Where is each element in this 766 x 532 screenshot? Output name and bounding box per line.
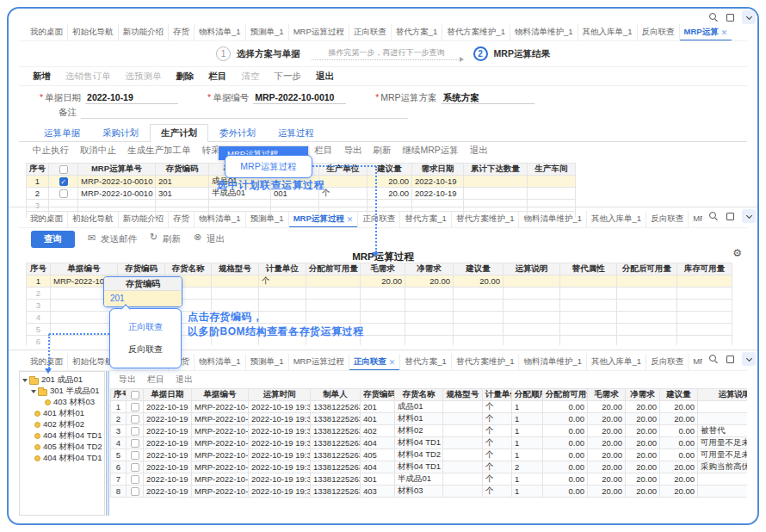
workspace-tab[interactable]: 替代方案_1✕ [391,24,442,41]
workspace-tab[interactable]: 初始化导航✕ [67,24,118,41]
note-field[interactable] [81,108,408,119]
toolbar-button[interactable]: 栏目 [147,374,164,386]
caret-icon[interactable] [31,390,36,393]
table-row[interactable]: 32022-10-19MRP-2022-10-00...2022-10-19 1… [111,425,748,437]
column-header[interactable]: 运算时间 [249,389,311,401]
gear-icon[interactable] [732,247,742,259]
plan-field[interactable]: 系统方案 [442,92,534,104]
column-header[interactable]: 计量单位 [259,263,306,275]
column-header[interactable]: 存货名称 [209,164,271,176]
tree-node[interactable]: 405 材料04 TD2 [21,442,103,453]
toolbar-button[interactable]: 退出 [470,145,488,157]
workspace-tab[interactable]: 存货✕ [168,211,194,228]
fullscreen-icon[interactable] [726,356,734,363]
column-header[interactable]: 毛需求 [588,389,626,401]
column-header[interactable]: 需求日期 [412,164,464,176]
checkbox[interactable] [131,463,139,472]
column-header[interactable]: 分配后可用量 [617,263,677,275]
search-icon[interactable] [709,212,719,221]
close-icon[interactable]: ✕ [389,358,396,367]
column-header[interactable]: 规格型号 [443,389,483,401]
workspace-tab[interactable]: 反向联查✕ [646,354,688,371]
workspace-tab[interactable]: 替代方案维护_1✕ [451,354,519,371]
workspace-tab[interactable]: 预测单_1✕ [245,24,288,41]
checkbox[interactable] [131,439,139,448]
plan-subtab[interactable]: 委外计划 [208,124,267,142]
column-header[interactable]: 制单人 [311,389,361,401]
workspace-tab[interactable]: 预测单_1✕ [245,354,288,371]
column-header[interactable]: 净需求 [405,263,454,275]
workspace-tab[interactable]: MRP运算✕ [679,24,732,41]
table-row[interactable]: 82022-10-19MRP-2022-10-00...2022-10-19 1… [111,486,748,498]
workspace-tab[interactable]: 我的桌面✕ [26,24,67,41]
workspace-tab[interactable]: 替代方案_1✕ [399,354,451,371]
callout-value[interactable]: 201 [104,291,182,306]
tree-node[interactable]: 404 材料04 TD1 [21,430,103,442]
tree-node[interactable]: 301 半成品01 [21,386,103,397]
column-header[interactable]: 存货编码 [361,389,395,401]
fullscreen-icon[interactable] [726,213,734,220]
table-row[interactable]: 1MRP-2022-10-0010个20.0020.0020.00 [27,275,732,288]
checkbox[interactable] [131,451,139,460]
checkbox[interactable] [131,427,139,436]
table-row[interactable]: 72022-10-19MRP-2022-10-00...2022-10-19 1… [111,473,748,486]
toolbar-button[interactable]: 取消中止 [80,145,116,157]
chevron-down-icon[interactable] [742,10,756,24]
menu-item[interactable]: 正向联查 [110,316,181,338]
workspace-tab[interactable]: 正向联查✕ [357,211,399,228]
column-header[interactable]: 分配前可用量 [306,263,361,275]
checkbox[interactable] [131,415,139,424]
workspace-tab[interactable]: 物料清单维护_1✕ [518,211,586,228]
toolbar-button[interactable]: 选销售订单 [65,71,111,83]
workspace-tab[interactable]: 我的桌面✕ [26,354,67,371]
column-header[interactable]: 累计下达数量 [464,164,528,176]
tree-node[interactable]: 404 材料04 TD1 [21,453,103,464]
column-header[interactable]: 计量单位 [483,389,512,401]
menu-item[interactable]: 反向联查 [110,338,181,361]
toolbar-button[interactable]: 中止执行 [33,145,69,157]
workspace-tab[interactable]: 我的桌面✕ [26,211,67,228]
column-header[interactable]: 单据日期 [144,389,192,401]
column-header[interactable]: MRP运算单号 [78,164,156,176]
workspace-tab[interactable]: 其他入库单_1✕ [578,24,637,41]
table-row[interactable]: 22022-10-19MRP-2022-10-00...2022-10-19 1… [111,413,748,425]
column-header[interactable]: 单据编号 [192,389,249,401]
close-icon[interactable]: ✕ [347,215,354,224]
column-header[interactable]: 建议量 [454,263,503,275]
column-header[interactable] [127,389,144,401]
workspace-tab[interactable]: MRP运算过程✕ [288,24,349,41]
toolbar-button[interactable]: 退出 [194,233,225,245]
workspace-tab[interactable]: 替代方案维护_1✕ [442,24,510,41]
workspace-tab[interactable]: 反向联查✕ [637,24,679,41]
column-header[interactable]: 建议量 [660,389,698,401]
column-header[interactable]: 序号 [27,263,51,275]
workspace-tab[interactable]: 其他入库单_1✕ [586,211,646,228]
column-header[interactable]: 存货编码 [156,164,209,176]
column-header[interactable]: 建议量 [368,164,412,176]
checkbox[interactable] [131,391,139,399]
toolbar-button[interactable]: 生成生产加工单 [127,145,191,157]
column-header[interactable]: 运算说明 [698,389,748,401]
workspace-tab[interactable]: 反向联查✕ [646,211,688,228]
column-header[interactable]: 序号 [111,389,127,401]
column-header[interactable]: 分配前可用量 [543,389,588,401]
date-field[interactable]: 2022-10-19 [85,92,178,104]
toolbar-button[interactable]: 栏目 [315,145,333,157]
plan-subtab[interactable]: 生产计划 [150,124,208,142]
column-header[interactable] [49,164,78,176]
workspace-tab[interactable]: 替代方案维护_1✕ [451,211,519,228]
workspace-tab[interactable]: 新功能介绍✕ [118,24,169,41]
table-row[interactable]: 12022-10-19MRP-2022-10-00...2022-10-19 1… [111,401,748,413]
toolbar-button[interactable]: 删除 [176,71,195,83]
tree-node[interactable]: 403 材料03 [21,397,103,408]
chevron-down-icon[interactable] [742,209,756,223]
toolbar-button[interactable]: 清空 [242,71,260,83]
workspace-tab[interactable]: MRP运算过程✕ [288,354,349,371]
column-header[interactable]: 存货编码 [118,263,165,275]
column-header[interactable]: 单据编号 [51,263,118,275]
toolbar-button[interactable]: 退出 [316,71,334,83]
plan-subtab[interactable]: 运算过程 [267,124,325,142]
toolbar-button[interactable]: 新增 [33,71,51,83]
toolbar-button[interactable]: 选预测单 [126,71,162,83]
column-header[interactable]: 分配顺序 [512,389,543,401]
